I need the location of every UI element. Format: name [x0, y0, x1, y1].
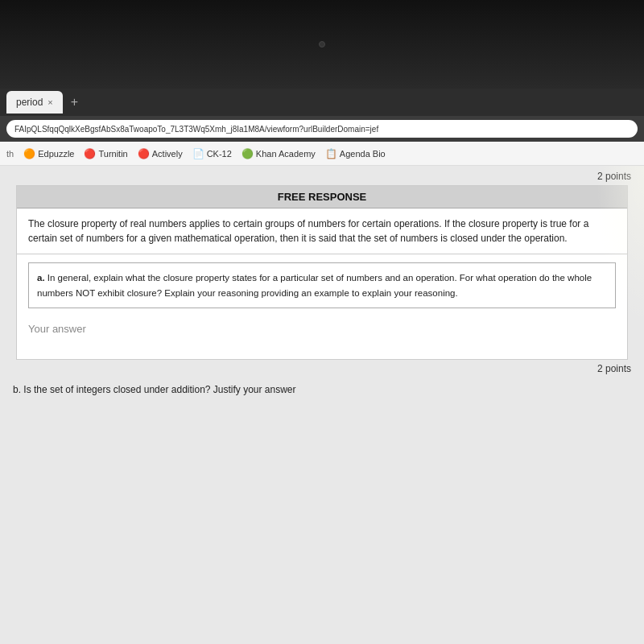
url-input[interactable]: FAIpQLSfqqQqlkXeBgsfAbSx8aTwoapoTo_7L3T3…: [6, 120, 638, 138]
intro-text: The closure property of real numbers app…: [17, 208, 627, 254]
tab-label: period: [16, 97, 43, 108]
camera-dot: [319, 41, 325, 47]
url-text: FAIpQLSfqqQqlkXeBgsfAbSx8aTwoapoTo_7L3T3…: [14, 125, 378, 134]
your-answer-label[interactable]: Your answer: [17, 316, 627, 359]
edpuzzle-label: Edpuzzle: [38, 149, 74, 159]
bookmarks-bar: th 🟠 Edpuzzle 🔴 Turnitin 🔴 Actively 📄 CK…: [0, 142, 644, 166]
turnitin-icon: 🔴: [84, 148, 96, 159]
agenda-label: Agenda Bio: [340, 149, 386, 159]
bookmark-agenda[interactable]: 📋 Agenda Bio: [325, 148, 386, 159]
khan-label: Khan Academy: [256, 149, 316, 159]
tab-bar: period × +: [0, 89, 644, 116]
turnitin-label: Turnitin: [98, 149, 127, 159]
sub-question-body: In general, explain what the closure pro…: [37, 273, 592, 298]
bottom-cut-text: b. Is the set of integers closed under a…: [0, 378, 644, 395]
tab-close-button[interactable]: ×: [47, 97, 52, 107]
laptop-bezel: [0, 0, 644, 89]
sub-question-label: a.: [37, 273, 45, 283]
bookmarks-prefix: th: [6, 149, 14, 159]
active-tab[interactable]: period ×: [6, 91, 63, 114]
bookmark-khan[interactable]: 🟢 Khan Academy: [242, 148, 316, 159]
sub-question-text: a. In general, explain what the closure …: [37, 273, 592, 298]
bookmark-ck12[interactable]: 📄 CK-12: [192, 148, 232, 159]
edpuzzle-icon: 🟠: [23, 148, 35, 159]
content-area: 2 points FREE RESPONSE The closure prope…: [0, 166, 644, 644]
bookmark-edpuzzle[interactable]: 🟠 Edpuzzle: [23, 148, 74, 159]
bookmark-actively[interactable]: 🔴 Actively: [138, 148, 183, 159]
form-container: FREE RESPONSE The closure property of re…: [16, 185, 628, 360]
actively-label: Actively: [152, 149, 183, 159]
sub-question-a: a. In general, explain what the closure …: [28, 262, 616, 308]
actively-icon: 🔴: [138, 148, 150, 159]
khan-icon: 🟢: [242, 148, 254, 159]
section-header: FREE RESPONSE: [17, 186, 627, 208]
ck12-label: CK-12: [207, 149, 232, 159]
points-bottom: 2 points: [0, 360, 644, 378]
points-top: 2 points: [0, 166, 644, 185]
address-bar: FAIpQLSfqqQqlkXeBgsfAbSx8aTwoapoTo_7L3T3…: [0, 116, 644, 142]
bookmark-turnitin[interactable]: 🔴 Turnitin: [84, 148, 127, 159]
new-tab-button[interactable]: +: [66, 95, 83, 109]
agenda-icon: 📋: [325, 148, 337, 159]
ck12-icon: 📄: [192, 148, 204, 159]
